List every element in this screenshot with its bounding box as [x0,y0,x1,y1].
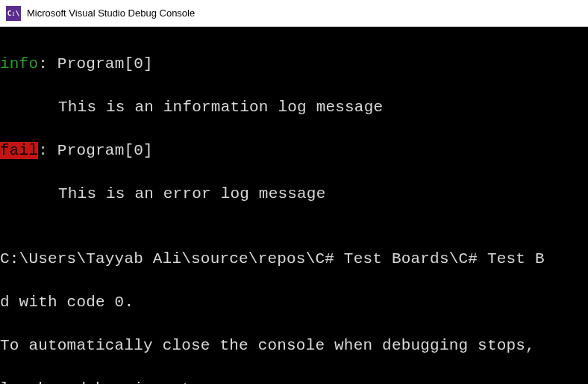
colon: : [38,55,57,72]
colon: : [38,142,57,159]
app-icon: C:\ [6,6,21,21]
log-info-msg: This is an information log message [0,96,588,118]
console-output: info: Program[0] This is an information … [0,27,588,384]
info-tag: info [0,55,38,72]
fail-location: Program[0] [57,142,153,159]
auto-close-line-2: le when debugging stops. [0,378,588,384]
exit-code-line: d with code 0. [0,291,588,313]
info-message-text: This is an information log message [0,96,383,118]
titlebar[interactable]: C:\ Microsoft Visual Studio Debug Consol… [0,0,588,27]
path-line: C:\Users\Tayyab Ali\source\repos\C# Test… [0,248,588,270]
fail-tag: fail [0,142,38,159]
log-fail-msg: This is an error log message [0,183,588,205]
window-title: Microsoft Visual Studio Debug Console [27,7,195,19]
fail-message-text: This is an error log message [0,183,325,205]
log-fail-line: fail: Program[0] [0,140,588,161]
auto-close-line-1: To automatically close the console when … [0,335,588,356]
info-location: Program[0] [57,55,153,72]
log-info-line: info: Program[0] [0,53,588,75]
